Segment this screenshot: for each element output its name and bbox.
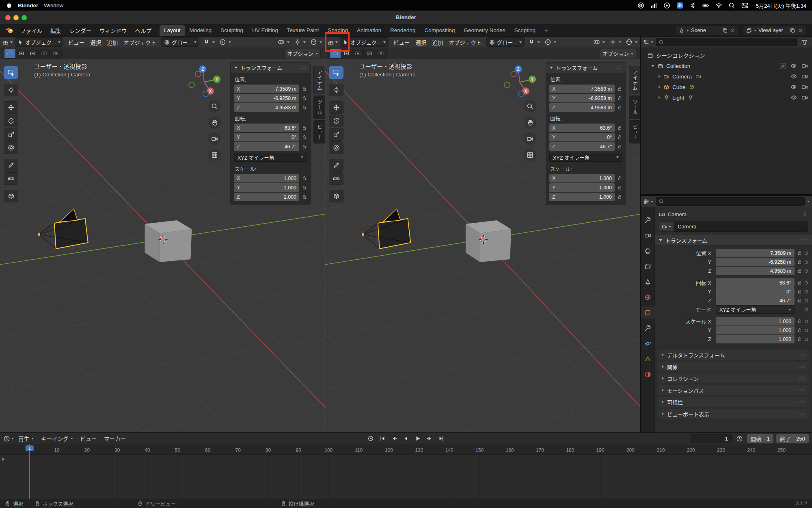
lock-icon[interactable] — [617, 105, 622, 110]
value-slider[interactable]: Z46.7° — [234, 142, 299, 151]
status-icon-battery[interactable] — [702, 2, 709, 9]
properties-tab-render[interactable] — [641, 229, 655, 241]
select-mode-new[interactable] — [330, 49, 341, 58]
hide-in-viewport-toggle[interactable] — [790, 63, 797, 69]
properties-tab-material[interactable] — [641, 368, 655, 380]
menu-render[interactable]: レンダー — [65, 26, 95, 35]
viewport-menu-view[interactable]: ビュー — [391, 38, 413, 46]
tool-add-cube-button[interactable] — [329, 190, 343, 202]
sidebar-tab-view[interactable]: ビュー — [629, 120, 640, 144]
viewport-shading-solid[interactable] — [309, 37, 318, 47]
properties-tab-object-data[interactable] — [641, 353, 655, 365]
properties-tab-tool[interactable] — [641, 214, 655, 226]
jump-to-start-button[interactable] — [377, 434, 388, 443]
snap-settings-dropdown[interactable] — [211, 37, 216, 47]
value-slider[interactable]: Z46.7° — [549, 142, 615, 151]
property-value-field[interactable]: 0° — [716, 287, 795, 296]
sidebar-tab-view[interactable]: ビュー — [313, 120, 325, 144]
lock-icon[interactable] — [797, 268, 802, 274]
playhead[interactable] — [29, 444, 30, 499]
animate-dot[interactable] — [805, 269, 808, 273]
status-icon-screen-mirroring[interactable] — [663, 2, 670, 9]
viewport-menu-object[interactable]: オブジェクト — [446, 38, 484, 46]
timeline-track-area[interactable]: 1020304050607080901001101201301401501601… — [0, 444, 812, 499]
value-slider[interactable]: Y1.000 — [234, 183, 299, 192]
menu-help[interactable]: ヘルプ — [131, 26, 156, 35]
properties-tab-output[interactable] — [641, 245, 655, 257]
outliner-editor-type-selector[interactable] — [643, 37, 653, 47]
blender-logo-menu[interactable] — [6, 26, 14, 35]
tool-add-cube-button[interactable] — [4, 190, 18, 202]
lock-icon[interactable] — [302, 194, 307, 200]
tool-transform-button[interactable] — [4, 141, 18, 154]
show-gizmo-toggle[interactable] — [292, 37, 302, 47]
lock-icon[interactable] — [302, 96, 307, 101]
animate-dot[interactable] — [805, 261, 808, 264]
section-motion-paths[interactable]: モーションパス ∷∷ — [658, 385, 809, 395]
lock-icon[interactable] — [302, 135, 307, 140]
lock-icon[interactable] — [302, 125, 307, 130]
workspace-tab-add-workspace[interactable]: + — [540, 25, 552, 36]
jump-to-end-button[interactable] — [436, 434, 447, 443]
timeline-menu-view[interactable]: ビュー — [77, 434, 101, 443]
status-icon-game-center[interactable] — [637, 2, 644, 9]
properties-tab-view-layer[interactable] — [641, 260, 655, 272]
property-value-field[interactable]: 1.000 — [716, 335, 795, 343]
lock-icon[interactable] — [797, 259, 802, 265]
select-mode-new[interactable] — [4, 49, 16, 58]
menu-edit[interactable]: 編集 — [46, 26, 65, 35]
play-reverse-button[interactable] — [401, 434, 411, 443]
lock-icon[interactable] — [302, 86, 307, 91]
macos-app-menu[interactable]: Blender — [18, 2, 38, 9]
move-view-button[interactable] — [208, 116, 221, 129]
status-icon-stats[interactable] — [650, 2, 657, 9]
outliner-search-input[interactable] — [656, 38, 797, 46]
lock-icon[interactable] — [797, 280, 802, 285]
lock-icon[interactable] — [797, 289, 802, 294]
viewport-menu-add[interactable]: 追加 — [104, 38, 121, 46]
workspace-tab-shading[interactable]: Shading — [323, 25, 352, 36]
animate-dot[interactable] — [805, 329, 808, 332]
next-keyframe-button[interactable] — [424, 434, 435, 443]
lock-icon[interactable] — [617, 176, 622, 181]
id-type-button[interactable] — [659, 221, 674, 232]
animate-dot[interactable] — [805, 290, 808, 293]
properties-tab-object[interactable] — [641, 306, 655, 319]
hide-in-viewport-toggle[interactable] — [790, 84, 797, 90]
lock-icon[interactable] — [302, 176, 307, 181]
select-mode-intersect[interactable] — [50, 49, 61, 58]
view-layer-selector[interactable]: ViewLayer — [743, 26, 806, 35]
workspace-tab-texture-paint[interactable]: Texture Paint — [283, 25, 324, 36]
tool-measure-button[interactable] — [4, 172, 18, 185]
value-slider[interactable]: X7.3589 m — [549, 85, 615, 93]
section-visibility[interactable]: 可視性 ∷∷ — [658, 397, 809, 407]
preview-range-toggle[interactable] — [734, 434, 744, 443]
lock-icon[interactable] — [617, 144, 622, 149]
viewport-menu-select[interactable]: 選択 — [87, 38, 104, 46]
viewport-menu-object[interactable]: オブジェクト — [121, 38, 159, 46]
select-mode-invert[interactable] — [39, 49, 50, 58]
gizmos-dropdown[interactable] — [618, 37, 622, 47]
property-value-field[interactable]: 1.000 — [716, 326, 795, 334]
window-zoom-button[interactable] — [22, 15, 27, 20]
timeline-menu-playback[interactable]: 再生 — [15, 434, 37, 443]
hide-in-viewport-toggle[interactable] — [790, 73, 797, 80]
chevron-down-icon[interactable] — [807, 201, 810, 202]
toggle-projection-button[interactable] — [524, 149, 536, 161]
status-icon-spotlight[interactable] — [728, 2, 735, 9]
camera-view-button[interactable] — [524, 132, 536, 145]
lock-icon[interactable] — [302, 105, 307, 110]
property-value-field[interactable]: 4.9583 m — [716, 267, 795, 275]
sidebar-tab-tool[interactable]: ツール — [313, 96, 325, 119]
value-slider[interactable]: X63.6° — [234, 124, 299, 132]
value-slider[interactable]: X1.000 — [234, 174, 299, 182]
channels-disclosure[interactable] — [2, 458, 4, 461]
select-mode-invert[interactable] — [364, 49, 375, 58]
lock-icon[interactable] — [797, 319, 802, 324]
workspace-tab-uv-editing[interactable]: UV Editing — [248, 25, 283, 36]
viewport-menu-select[interactable]: 選択 — [412, 38, 429, 46]
toggle-projection-button[interactable] — [208, 149, 221, 161]
panel-header[interactable]: トランスフォーム∷∷ — [231, 63, 310, 73]
value-slider[interactable]: Z4.9583 m — [234, 103, 299, 112]
status-icon-bluetooth[interactable] — [689, 2, 696, 9]
